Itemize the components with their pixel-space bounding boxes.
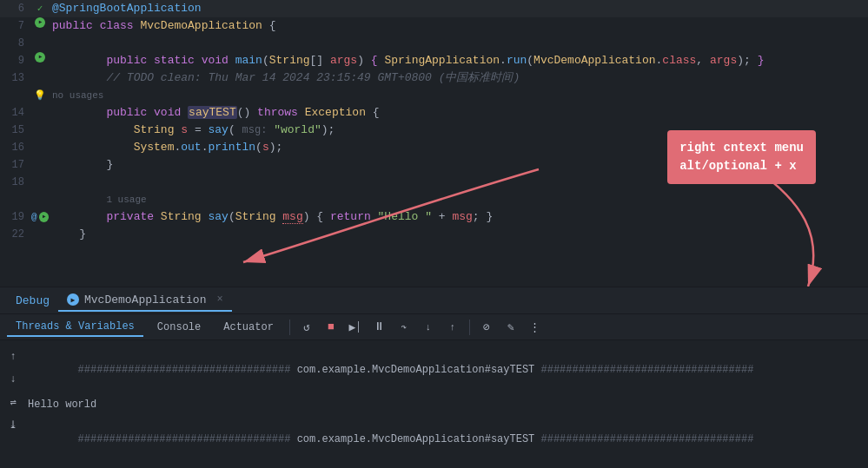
code-line-14: 14 public void sayTEST() throws Exceptio… (0, 104, 868, 122)
scroll-down-btn[interactable]: ↓ (3, 370, 23, 389)
line-content-22: } (49, 226, 865, 243)
mute-breakpoints-btn[interactable]: ⊘ (477, 318, 496, 337)
code-line-22: 22 } (0, 226, 868, 243)
console-line-1: ################################## com.e… (28, 344, 861, 396)
line-num-14: 14 (0, 104, 31, 122)
line-num-9: 9 (0, 52, 31, 69)
line-num-8: 8 (0, 35, 31, 52)
debug-close-btn[interactable]: × (216, 293, 222, 306)
app-icon: ▶ (67, 293, 79, 306)
code-line-6: 6 ✓ @SpringBootApplication (0, 0, 868, 17)
code-line-7: 7 public class MvcDemoApplication { (0, 17, 868, 35)
toolbar: Threads & Variables Console Actuator ↺ ■… (0, 314, 868, 340)
debug-tab-active[interactable]: ▶ MvcDemoApplication × (58, 290, 232, 312)
console-hash-3: ################################## (78, 433, 297, 445)
pause-btn[interactable]: ⏸ (370, 318, 389, 337)
console-tab[interactable]: Console (149, 319, 209, 336)
console-line-3: ################################## com.e… (28, 413, 861, 465)
editor-area: 6 ✓ @SpringBootApplication 7 public clas… (0, 0, 868, 287)
line-content-13: // TODO clean: Thu Mar 14 2024 23:15:49 … (49, 69, 865, 87)
threads-vars-tab[interactable]: Threads & Variables (7, 318, 143, 337)
line-num-6: 6 (0, 0, 31, 17)
step-over-btn[interactable]: ↷ (394, 318, 414, 337)
run-icon-19[interactable] (39, 212, 49, 222)
line-num-19: 19 (0, 208, 31, 226)
gutter-bulb: 💡 (31, 87, 49, 104)
line-num-13: 13 (0, 69, 31, 87)
gutter-7[interactable] (31, 17, 49, 28)
debug-bar: Debug ▶ MvcDemoApplication × (0, 287, 868, 314)
toolbar-sep-1 (289, 320, 290, 335)
scroll-up-btn[interactable]: ↑ (3, 347, 23, 366)
code-line-meta-no-usages: 💡 no usages (0, 87, 868, 104)
at-icon: @ (31, 208, 37, 226)
console-area: ↑ ↓ ⇌ ⤓ ################################… (0, 340, 868, 468)
line-num-7: 7 (0, 17, 31, 35)
code-line-9: 9 public static void main(String[] args)… (0, 52, 868, 69)
resume-btn[interactable]: ▶⏐ (346, 318, 365, 337)
edit-breakpoints-btn[interactable]: ✎ (501, 318, 520, 337)
code-line-19: 19 @ private String say(String msg) { re… (0, 208, 868, 226)
line-num-15: 15 (0, 122, 31, 139)
line-num-16: 16 (0, 139, 31, 156)
console-line-2: Hello world (28, 396, 861, 413)
line-content-no-usages: no usages (49, 87, 865, 104)
console-left-btns: ↑ ↓ ⇌ ⤓ (3, 347, 23, 434)
line-num-18: 18 (0, 174, 31, 191)
stop-btn[interactable]: ■ (321, 318, 341, 337)
gutter-19[interactable]: @ (31, 208, 49, 226)
scroll-end-btn[interactable]: ⤓ (3, 415, 23, 434)
code-lines: 6 ✓ @SpringBootApplication 7 public clas… (0, 0, 868, 243)
step-into-btn[interactable]: ↓ (419, 318, 438, 337)
annotation-box: right cntext menu alt/optional + x (667, 130, 816, 184)
console-hash-1: ################################## (78, 364, 297, 376)
annotation-line1: right cntext menu (679, 141, 804, 155)
line-num-22: 22 (0, 226, 31, 243)
line-num-17: 17 (0, 156, 31, 174)
more-btn[interactable]: ⋮ (526, 318, 545, 337)
gutter-9[interactable] (31, 52, 49, 63)
code-line-13: 13 // TODO clean: Thu Mar 14 2024 23:15:… (0, 69, 868, 87)
toolbar-sep-2 (469, 320, 470, 335)
step-out-btn[interactable]: ↑ (443, 318, 462, 337)
line-content-7: public class MvcDemoApplication { (49, 17, 865, 35)
lightbulb-icon: 💡 (34, 87, 46, 104)
line-content-1usage: 1 usage (49, 191, 865, 208)
soft-wrap-btn[interactable]: ⇌ (3, 392, 23, 412)
line-content-9: public static void main(String[] args) {… (49, 52, 865, 69)
line-content-14: public void sayTEST() throws Exception { (49, 104, 865, 122)
annotation-line2: alt/optional + x (679, 159, 796, 173)
code-line-meta-1usage: 1 usage (0, 191, 868, 208)
console-content: ################################## com.e… (7, 344, 861, 468)
debug-tab-label: MvcDemoApplication (84, 293, 206, 307)
run-icon-7[interactable] (35, 17, 45, 28)
actuator-tab[interactable]: Actuator (215, 319, 282, 336)
run-icon-9[interactable] (35, 52, 45, 63)
app-container: 6 ✓ @SpringBootApplication 7 public clas… (0, 0, 868, 468)
debug-label[interactable]: Debug (7, 291, 58, 311)
line-content-6: @SpringBootApplication (49, 0, 865, 17)
code-line-8: 8 (0, 35, 868, 52)
line-content-19: private String say(String msg) { return … (49, 208, 865, 226)
reload-btn[interactable]: ↺ (297, 318, 316, 337)
